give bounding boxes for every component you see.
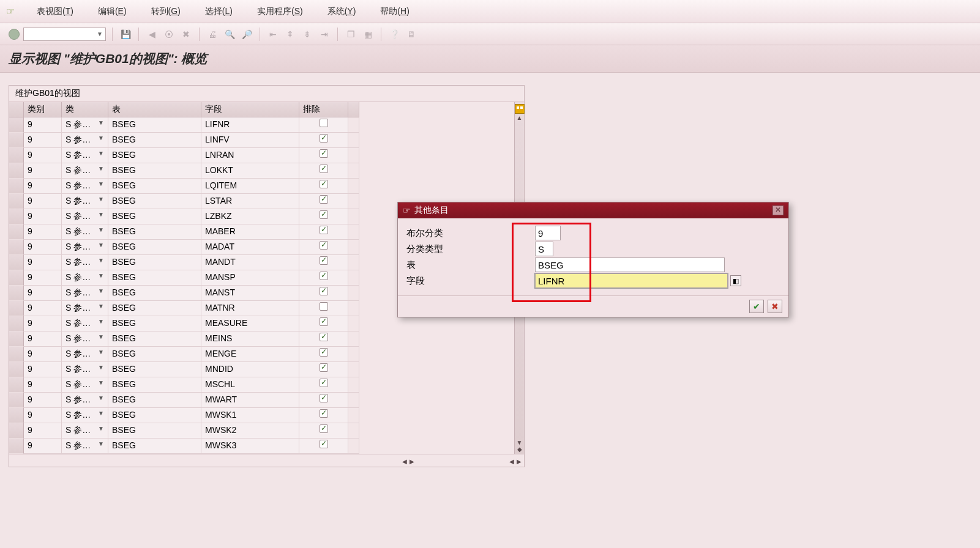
cell-table[interactable]: BSEG	[108, 270, 201, 286]
row-selector[interactable]	[9, 194, 24, 209]
row-selector[interactable]	[9, 423, 24, 439]
checkbox[interactable]	[320, 195, 328, 204]
row-selector[interactable]	[9, 240, 24, 255]
cell-field[interactable]: MADAT	[201, 240, 299, 255]
cell-category[interactable]: 9	[24, 179, 62, 194]
menu-item-2[interactable]: 转到(G)	[148, 4, 184, 20]
row-selector[interactable]	[9, 316, 24, 331]
cell-table[interactable]: BSEG	[108, 255, 201, 270]
cell-exclude[interactable]	[299, 423, 348, 439]
cell-exclude[interactable]	[299, 331, 348, 347]
row-selector[interactable]	[9, 133, 24, 148]
bool-class-input[interactable]	[535, 226, 561, 240]
cell-field[interactable]: MEINS	[201, 331, 299, 347]
cell-category[interactable]: 9	[24, 209, 62, 224]
dialog-titlebar[interactable]: ☞ 其他条目 ✕	[398, 202, 788, 218]
cell-table[interactable]: BSEG	[108, 133, 201, 148]
checkbox[interactable]	[320, 317, 328, 326]
cell-class[interactable]: S 参…▼	[62, 347, 108, 362]
column-header[interactable]: 字段	[201, 102, 299, 117]
cell-category[interactable]: 9	[24, 117, 62, 133]
checkbox[interactable]	[320, 440, 328, 448]
row-selector[interactable]	[9, 331, 24, 347]
cell-exclude[interactable]	[299, 224, 348, 240]
cell-category[interactable]: 9	[24, 133, 62, 148]
scroll-left-icon[interactable]: ◀	[402, 458, 407, 465]
cell-category[interactable]: 9	[24, 393, 62, 408]
cell-class[interactable]: S 参…▼	[62, 209, 108, 224]
cell-category[interactable]: 9	[24, 255, 62, 270]
first-page-icon[interactable]: ⇤	[266, 28, 280, 41]
cell-exclude[interactable]	[299, 408, 348, 423]
cell-exclude[interactable]	[299, 148, 348, 163]
cell-category[interactable]: 9	[24, 224, 62, 240]
cancel-icon[interactable]: ✖	[179, 28, 193, 41]
cell-exclude[interactable]	[299, 240, 348, 255]
cell-table[interactable]: BSEG	[108, 316, 201, 331]
cell-category[interactable]: 9	[24, 439, 62, 454]
cell-category[interactable]: 9	[24, 240, 62, 255]
cell-exclude[interactable]	[299, 347, 348, 362]
cell-class[interactable]: S 参…▼	[62, 224, 108, 240]
class-type-input[interactable]	[535, 242, 553, 256]
new-session-icon[interactable]: ❐	[344, 28, 357, 41]
find-next-icon[interactable]: 🔎	[240, 28, 253, 41]
cell-field[interactable]: MABER	[201, 224, 299, 240]
cell-exclude[interactable]	[299, 133, 348, 148]
cell-class[interactable]: S 参…▼	[62, 148, 108, 163]
cell-exclude[interactable]	[299, 255, 348, 270]
row-selector[interactable]	[9, 377, 24, 393]
row-selector[interactable]	[9, 393, 24, 408]
cell-table[interactable]: BSEG	[108, 194, 201, 209]
cell-class[interactable]: S 参…▼	[62, 331, 108, 347]
checkbox[interactable]	[320, 210, 328, 219]
cell-exclude[interactable]	[299, 377, 348, 393]
cell-field[interactable]: LNRAN	[201, 148, 299, 163]
column-header[interactable]: 类别	[24, 102, 62, 117]
cell-category[interactable]: 9	[24, 408, 62, 423]
table-input[interactable]	[535, 257, 725, 272]
cell-field[interactable]: LOKKT	[201, 163, 299, 179]
checkbox[interactable]	[320, 348, 328, 357]
menu-item-5[interactable]: 系统(Y)	[324, 4, 360, 20]
cell-class[interactable]: S 参…▼	[62, 117, 108, 133]
menu-item-0[interactable]: 表视图(T)	[33, 4, 77, 20]
row-selector[interactable]	[9, 179, 24, 194]
row-selector[interactable]	[9, 148, 24, 163]
local-layout-icon[interactable]: 🖥	[405, 28, 418, 41]
last-page-icon[interactable]: ⇥	[318, 28, 331, 41]
checkbox[interactable]	[320, 287, 328, 295]
close-button[interactable]: ✕	[772, 206, 784, 215]
cell-table[interactable]: BSEG	[108, 347, 201, 362]
cell-table[interactable]: BSEG	[108, 209, 201, 224]
row-selector[interactable]	[9, 362, 24, 377]
row-selector[interactable]	[9, 347, 24, 362]
cell-category[interactable]: 9	[24, 163, 62, 179]
cell-class[interactable]: S 参…▼	[62, 179, 108, 194]
cell-field[interactable]: LQITEM	[201, 179, 299, 194]
cell-category[interactable]: 9	[24, 362, 62, 377]
cell-field[interactable]: LZBKZ	[201, 209, 299, 224]
scroll-right-icon[interactable]: ▶	[410, 458, 414, 465]
cell-class[interactable]: S 参…▼	[62, 194, 108, 209]
checkbox[interactable]	[320, 394, 328, 402]
menu-item-3[interactable]: 选择(L)	[201, 4, 236, 20]
cell-field[interactable]: LIFNR	[201, 117, 299, 133]
cell-category[interactable]: 9	[24, 148, 62, 163]
cell-exclude[interactable]	[299, 393, 348, 408]
row-selector[interactable]	[9, 270, 24, 286]
cell-table[interactable]: BSEG	[108, 393, 201, 408]
cell-table[interactable]: BSEG	[108, 439, 201, 454]
column-header[interactable]: 类	[62, 102, 108, 117]
help-icon[interactable]: ❔	[387, 28, 401, 41]
row-selector[interactable]	[9, 255, 24, 270]
cell-table[interactable]: BSEG	[108, 148, 201, 163]
cell-class[interactable]: S 参…▼	[62, 301, 108, 316]
cell-category[interactable]: 9	[24, 423, 62, 439]
cell-field[interactable]: MSCHL	[201, 377, 299, 393]
row-selector[interactable]	[9, 301, 24, 316]
cell-exclude[interactable]	[299, 301, 348, 316]
confirm-button[interactable]: ✔	[749, 300, 764, 313]
cell-class[interactable]: S 参…▼	[62, 255, 108, 270]
scroll-left-icon[interactable]: ◀	[509, 458, 514, 465]
